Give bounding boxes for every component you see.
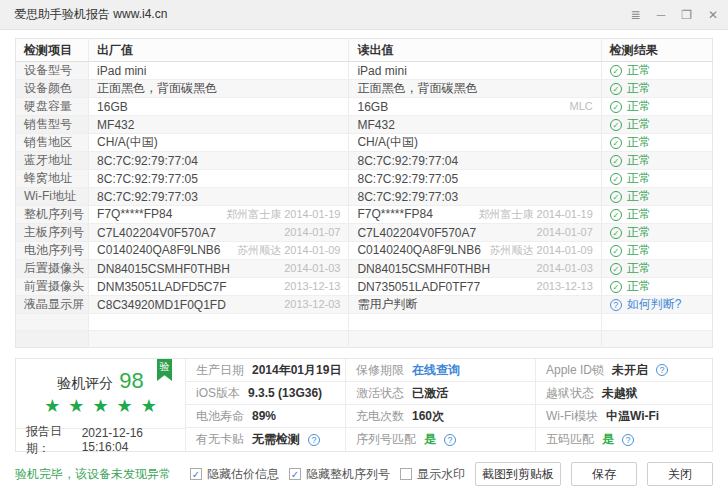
check-circle-icon: ✓ (610, 119, 622, 131)
table-row: 蜂窝地址8C:7C:92:79:77:058C:7C:92:79:77:05✓正… (16, 170, 713, 188)
cell-result: ✓正常 (601, 98, 712, 116)
result-normal: ✓正常 (610, 242, 704, 259)
footer-bar: 验机完毕，该设备未发现异常 ✓隐藏估价信息✓隐藏整机序列号显示水印截图到剪贴板保… (0, 460, 728, 488)
result-normal: ✓正常 (610, 62, 704, 79)
info-value: 160次 (412, 408, 444, 425)
cell-item: 硬盘容量 (16, 98, 89, 116)
check-circle-icon: ✓ (610, 137, 622, 149)
factory-value: C0140240QA8F9LNB6 (97, 243, 220, 257)
result-text: 正常 (627, 188, 651, 205)
window-title: 爱思助手验机报告 www.i4.cn (14, 6, 167, 23)
check-circle-icon: ✓ (610, 245, 622, 257)
table-header-row: 检测项目 出厂值 读出值 检测结果 (16, 39, 713, 62)
question-circle-icon[interactable]: ? (444, 434, 456, 446)
cell-factory-value: 16GB (89, 98, 349, 116)
factory-value: DN84015CSMHF0THBH (97, 262, 230, 276)
star-icon: ★ (141, 396, 157, 416)
cell-result: ✓正常 (601, 224, 712, 242)
info-label: 激活状态 (356, 385, 404, 402)
cell-result: ✓正常 (601, 260, 712, 278)
checkbox-label: 隐藏整机序列号 (306, 466, 390, 483)
window-controls: ≣ ─ ❐ ✕ (631, 9, 718, 21)
cell-read-value: C0140240QA8F9LNB6苏州顺达 2014-01-09 (349, 242, 601, 260)
cell-read-value: iPad mini (349, 62, 601, 80)
info-cell: 电池寿命89% (186, 405, 346, 428)
info-cell: 五码匹配是? (536, 428, 712, 451)
cell-item (16, 314, 89, 331)
read-value: 8C:7C:92:79:77:04 (357, 154, 458, 168)
cell-item: 电池序列号 (16, 242, 89, 260)
save-button[interactable]: 保存 (571, 462, 637, 486)
read-note: 苏州顺达 2014-01-09 (489, 243, 592, 258)
star-rating: ★★★★★ (16, 396, 185, 416)
result-text: 正常 (627, 134, 651, 151)
hide-serial-number-checkbox[interactable]: ✓隐藏整机序列号 (289, 466, 390, 483)
info-label: 越狱状态 (546, 385, 594, 402)
result-normal: ✓正常 (610, 278, 704, 295)
read-note: 2014-01-03 (537, 262, 593, 274)
close-button[interactable]: ✕ (708, 9, 718, 21)
checkbox-icon[interactable] (400, 468, 412, 480)
result-text: 正常 (627, 80, 651, 97)
cell-item: 前置摄像头 (16, 278, 89, 296)
cell-factory-value (89, 331, 349, 348)
factory-value: C7L402204V0F570A7 (97, 226, 216, 240)
how-to-judge-link[interactable]: 如何判断? (627, 296, 682, 313)
checkbox-icon[interactable]: ✓ (289, 468, 301, 480)
cell-item: 销售地区 (16, 134, 89, 152)
factory-value: iPad mini (97, 64, 146, 78)
score-label: 验机评分 (57, 375, 113, 393)
screenshot-to-clipboard-button[interactable]: 截图到剪贴板 (475, 462, 561, 486)
close-report-button[interactable]: 关闭 (647, 462, 713, 486)
header-factory-value: 出厂值 (89, 39, 349, 62)
menu-icon[interactable]: ≣ (631, 9, 641, 21)
cell-read-value: DN84015CSMHF0THBH2014-01-03 (349, 260, 601, 278)
question-circle-icon[interactable]: ? (308, 434, 320, 446)
device-info-grid: 生产日期2014年01月19日 (第3周)保修期限在线查询Apple ID锁未开… (186, 359, 712, 451)
question-circle-icon[interactable]: ? (622, 434, 634, 446)
factory-note: 苏州顺达 2014-01-09 (237, 243, 340, 258)
cell-factory-value: MF432 (89, 116, 349, 134)
cell-result (601, 331, 712, 348)
factory-value: 8C:7C:92:79:77:05 (97, 172, 198, 186)
show-watermark-checkbox[interactable]: 显示水印 (400, 466, 465, 483)
result-text: 正常 (627, 152, 651, 169)
cell-read-value: C7L402204V0F570A72014-01-07 (349, 224, 601, 242)
cell-read-value: F7Q*****FP84郑州富士康 2014-01-19 (349, 206, 601, 224)
cell-item: 整机序列号 (16, 206, 89, 224)
check-circle-icon: ✓ (610, 83, 622, 95)
checkbox-icon[interactable]: ✓ (190, 468, 202, 480)
result-normal: ✓正常 (610, 80, 704, 97)
table-row: 后置摄像头DN84015CSMHF0THBH2014-01-03DN84015C… (16, 260, 713, 278)
result-text: 正常 (627, 62, 651, 79)
cell-read-value: 正面黑色，背面碳黑色 (349, 80, 601, 98)
star-icon: ★ (68, 396, 84, 416)
table-row: 整机序列号F7Q*****FP84郑州富士康 2014-01-19F7Q****… (16, 206, 713, 224)
cell-factory-value: 8C:7C:92:79:77:04 (89, 152, 349, 170)
hide-price-info-checkbox[interactable]: ✓隐藏估价信息 (190, 466, 279, 483)
check-circle-icon: ✓ (610, 155, 622, 167)
result-normal: ✓正常 (610, 206, 704, 223)
cell-read-value: 需用户判断 (349, 296, 601, 314)
question-circle-icon[interactable]: ? (656, 364, 668, 376)
table-row: 蓝牙地址8C:7C:92:79:77:048C:7C:92:79:77:04✓正… (16, 152, 713, 170)
result-normal: ✓正常 (610, 116, 704, 133)
read-value: MF432 (357, 118, 394, 132)
report-date-row: 报告日期： 2021-12-16 15:16:04 (16, 428, 185, 450)
report-content: 检测项目 出厂值 读出值 检测结果 设备型号iPad miniiPad mini… (0, 30, 728, 452)
table-row: 销售地区CH/A(中国)CH/A(中国)✓正常 (16, 134, 713, 152)
online-query-link[interactable]: 在线查询 (412, 362, 460, 379)
question-circle-icon[interactable]: ? (610, 299, 622, 311)
table-row (16, 314, 713, 331)
star-icon: ★ (44, 396, 60, 416)
read-note: 郑州富士康 2014-01-19 (478, 207, 592, 222)
result-normal: ✓正常 (610, 152, 704, 169)
check-circle-icon: ✓ (610, 209, 622, 221)
cell-item: 后置摄像头 (16, 260, 89, 278)
cell-read-value (349, 331, 601, 348)
score-panel: 验 验机评分 98 ★★★★★ 报告日期： 2021-12-16 15:16:0… (16, 359, 186, 451)
minimize-button[interactable]: ─ (657, 9, 666, 21)
check-circle-icon: ✓ (610, 191, 622, 203)
restore-button[interactable]: ❐ (681, 9, 692, 21)
cell-read-value: CH/A(中国) (349, 134, 601, 152)
